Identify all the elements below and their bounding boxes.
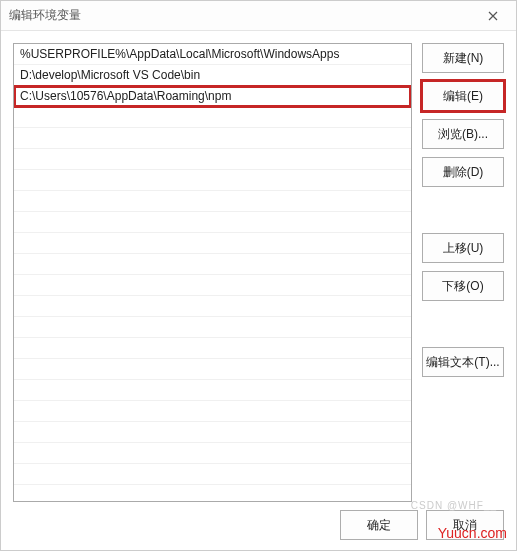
dialog-title: 编辑环境变量 xyxy=(9,7,478,24)
dialog-body: %USERPROFILE%\AppData\Local\Microsoft\Wi… xyxy=(1,31,516,502)
list-item[interactable]: D:\develop\Microsoft VS Code\bin xyxy=(14,65,411,86)
titlebar: 编辑环境变量 xyxy=(1,1,516,31)
list-item[interactable]: %USERPROFILE%\AppData\Local\Microsoft\Wi… xyxy=(14,44,411,65)
env-var-edit-dialog: 编辑环境变量 %USERPROFILE%\AppData\Local\Micro… xyxy=(0,0,517,551)
moveup-button[interactable]: 上移(U) xyxy=(422,233,504,263)
ok-button[interactable]: 确定 xyxy=(340,510,418,540)
close-button[interactable] xyxy=(478,1,508,31)
empty-grid xyxy=(14,107,411,501)
edittext-button[interactable]: 编辑文本(T)... xyxy=(422,347,504,377)
close-icon xyxy=(488,11,498,21)
movedown-button[interactable]: 下移(O) xyxy=(422,271,504,301)
watermark-csdn: CSDN @WHF__ xyxy=(411,500,497,511)
spacer xyxy=(422,309,504,339)
list-item[interactable]: C:\Users\10576\AppData\Roaming\npm xyxy=(14,86,411,107)
watermark-site: Yuucn.com xyxy=(438,525,507,541)
side-button-panel: 新建(N) 编辑(E) 浏览(B)... 删除(D) 上移(U) 下移(O) 编… xyxy=(422,43,504,502)
path-listbox[interactable]: %USERPROFILE%\AppData\Local\Microsoft\Wi… xyxy=(13,43,412,502)
delete-button[interactable]: 删除(D) xyxy=(422,157,504,187)
spacer xyxy=(422,195,504,225)
new-button[interactable]: 新建(N) xyxy=(422,43,504,73)
browse-button[interactable]: 浏览(B)... xyxy=(422,119,504,149)
edit-button[interactable]: 编辑(E) xyxy=(422,81,504,111)
